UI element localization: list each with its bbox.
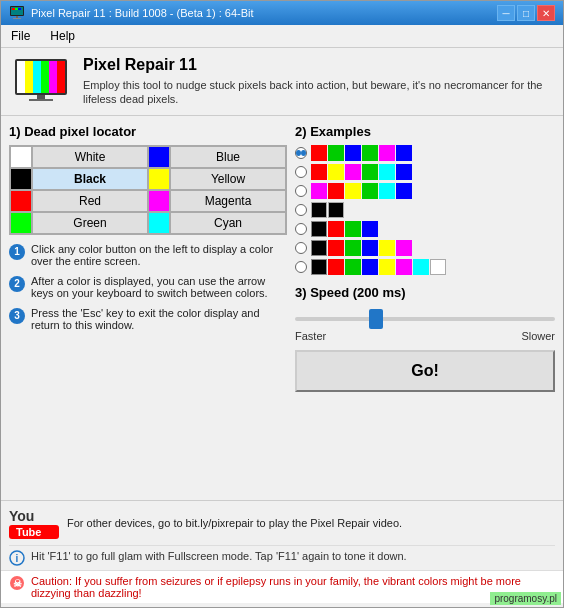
close-button[interactable]: ✕	[537, 5, 555, 21]
maximize-button[interactable]: □	[517, 5, 535, 21]
black-button[interactable]: Black	[32, 168, 148, 190]
example-radio-2[interactable]	[295, 166, 307, 178]
blue-button[interactable]: Blue	[170, 146, 286, 168]
svg-rect-16	[29, 99, 53, 101]
speed-slider[interactable]	[295, 317, 555, 321]
example-row-4	[295, 202, 555, 218]
swatch	[345, 164, 361, 180]
minimize-button[interactable]: ─	[497, 5, 515, 21]
example-swatches-2	[311, 164, 412, 180]
info-text: Hit 'F11' to go full glam with Fullscree…	[31, 550, 407, 562]
svg-rect-11	[33, 61, 41, 93]
cyan-button[interactable]: Cyan	[170, 212, 286, 234]
swatch	[396, 164, 412, 180]
example-swatches-6	[311, 240, 412, 256]
swatch	[362, 221, 378, 237]
blue-swatch	[148, 146, 170, 168]
magenta-button[interactable]: Magenta	[170, 190, 286, 212]
svg-rect-9	[17, 61, 25, 93]
example-swatches-1	[311, 145, 412, 161]
svg-rect-14	[57, 61, 65, 93]
header-icon	[11, 57, 71, 105]
example-swatches-7	[311, 259, 446, 275]
red-button[interactable]: Red	[32, 190, 148, 212]
yellow-button[interactable]: Yellow	[170, 168, 286, 190]
magenta-swatch	[148, 190, 170, 212]
svg-text:☠: ☠	[13, 578, 22, 589]
instruction-num-2: 2	[9, 276, 25, 292]
cyan-swatch	[148, 212, 170, 234]
go-button[interactable]: Go!	[295, 350, 555, 392]
speed-title: 3) Speed (200 ms)	[295, 285, 555, 300]
svg-rect-10	[25, 61, 33, 93]
header-text: Pixel Repair 11 Employ this tool to nudg…	[83, 56, 553, 107]
info-row: i Hit 'F11' to go full glam with Fullscr…	[9, 545, 555, 570]
main-content: 1) Dead pixel locator White Blue Black Y…	[1, 116, 563, 500]
svg-rect-13	[49, 61, 57, 93]
menu-bar: File Help	[1, 25, 563, 48]
swatch	[362, 259, 378, 275]
svg-text:i: i	[16, 553, 19, 564]
slider-container	[295, 306, 555, 328]
menu-help[interactable]: Help	[44, 27, 81, 45]
instruction-num-1: 1	[9, 244, 25, 260]
swatch	[413, 259, 429, 275]
svg-text:Tube: Tube	[16, 526, 41, 538]
instruction-2: 2 After a color is displayed, you can us…	[9, 275, 287, 299]
swatch	[362, 145, 378, 161]
swatch	[311, 145, 327, 161]
swatch	[328, 221, 344, 237]
youtube-icon: You Tube	[9, 505, 59, 541]
swatch	[379, 183, 395, 199]
swatch	[328, 202, 344, 218]
swatch	[328, 259, 344, 275]
svg-rect-15	[37, 95, 45, 99]
instruction-text-3: Press the 'Esc' key to exit the color di…	[31, 307, 287, 331]
swatch	[345, 240, 361, 256]
swatch	[311, 221, 327, 237]
example-radio-1[interactable]	[295, 147, 307, 159]
section2-title: 2) Examples	[295, 124, 555, 139]
warning-icon: ☠	[9, 575, 25, 591]
example-swatches-5	[311, 221, 378, 237]
example-radio-6[interactable]	[295, 242, 307, 254]
swatch	[328, 240, 344, 256]
example-radio-3[interactable]	[295, 185, 307, 197]
window-body: Pixel Repair 11 Employ this tool to nudg…	[1, 48, 563, 607]
menu-file[interactable]: File	[5, 27, 36, 45]
speed-section: 3) Speed (200 ms) Faster Slower	[295, 285, 555, 342]
white-button[interactable]: White	[32, 146, 148, 168]
window-title: Pixel Repair 11 : Build 1008 - (Beta 1) …	[31, 7, 254, 19]
swatch	[379, 259, 395, 275]
instructions: 1 Click any color button on the left to …	[9, 243, 287, 331]
youtube-row: You Tube For other devices, go to bit.ly…	[9, 505, 555, 541]
svg-rect-4	[18, 8, 21, 10]
example-row-6	[295, 240, 555, 256]
black-swatch	[10, 168, 32, 190]
example-radio-7[interactable]	[295, 261, 307, 273]
swatch	[379, 240, 395, 256]
example-row-2	[295, 164, 555, 180]
example-row-1	[295, 145, 555, 161]
swatch	[311, 240, 327, 256]
swatch	[328, 183, 344, 199]
swatch	[362, 183, 378, 199]
instruction-1: 1 Click any color button on the left to …	[9, 243, 287, 267]
swatch	[311, 259, 327, 275]
example-radio-5[interactable]	[295, 223, 307, 235]
swatch	[396, 240, 412, 256]
swatch	[362, 164, 378, 180]
swatch	[362, 240, 378, 256]
info-icon: i	[9, 550, 25, 566]
examples-grid	[295, 145, 555, 275]
instruction-text-1: Click any color button on the left to di…	[31, 243, 287, 267]
svg-rect-3	[15, 8, 18, 10]
swatch	[345, 221, 361, 237]
title-bar-left: Pixel Repair 11 : Build 1008 - (Beta 1) …	[9, 5, 254, 21]
color-buttons-grid: White Blue Black Yellow Red Magenta	[9, 145, 287, 235]
app-name: Pixel Repair 11	[83, 56, 553, 74]
swatch	[311, 202, 327, 218]
green-button[interactable]: Green	[32, 212, 148, 234]
instruction-3: 3 Press the 'Esc' key to exit the color …	[9, 307, 287, 331]
example-radio-4[interactable]	[295, 204, 307, 216]
